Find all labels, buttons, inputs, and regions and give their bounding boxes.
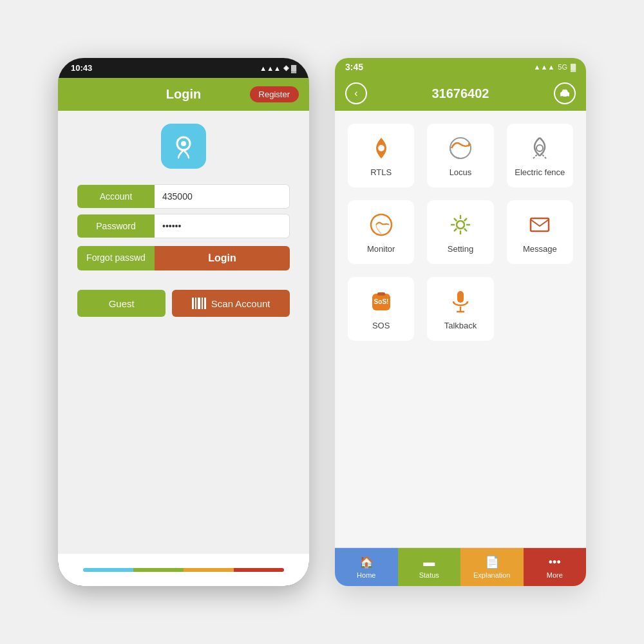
setting-icon: [446, 211, 475, 239]
login-title: Login: [166, 87, 201, 102]
guest-button[interactable]: Guest: [77, 290, 166, 317]
right-phone: 3:45 ▲▲▲ 5G ▓ ‹ 31676402: [335, 58, 586, 586]
network-label: 5G: [558, 63, 567, 71]
nav-home[interactable]: 🏠 Home: [335, 548, 398, 586]
status-nav-icon: ▬: [423, 556, 435, 569]
svg-point-4: [561, 96, 564, 99]
account-input[interactable]: [155, 184, 290, 209]
color-bar-1: [83, 568, 133, 572]
nav-more[interactable]: ••• More: [524, 548, 587, 586]
menu-item-monitor[interactable]: Monitor: [348, 200, 414, 264]
menu-grid: RTLS Locus: [348, 124, 573, 341]
svg-rect-14: [377, 292, 385, 296]
wifi-icon: ◈: [283, 64, 289, 72]
forgot-label: Forgot passwd: [77, 246, 155, 270]
setting-label: Setting: [448, 244, 473, 254]
rtls-label: RTLS: [370, 167, 392, 177]
status-nav-label: Status: [419, 571, 439, 579]
home-nav-label: Home: [357, 571, 375, 579]
bottom-buttons: Guest Scan Account: [77, 290, 290, 317]
message-label: Message: [523, 244, 557, 254]
bottom-nav: 🏠 Home ▬ Status 📄 Explanation ••• More: [335, 547, 586, 586]
app-logo: [161, 124, 206, 169]
locus-icon: [446, 134, 475, 162]
fence-label: Electric fence: [515, 167, 565, 177]
svg-point-5: [566, 96, 569, 99]
login-button[interactable]: Login: [155, 246, 290, 270]
svg-point-8: [536, 145, 543, 151]
menu-item-rtls[interactable]: RTLS: [348, 124, 414, 187]
signal-right-icon: ▲▲▲: [534, 63, 555, 71]
svg-rect-11: [531, 218, 549, 231]
right-header: ‹ 31676402: [335, 76, 586, 111]
car-icon: [558, 87, 571, 100]
battery-icon: ▓: [291, 64, 296, 72]
svg-point-1: [181, 141, 186, 146]
message-icon: [526, 211, 554, 239]
svg-point-10: [457, 221, 464, 229]
status-icons-left: ▲▲▲ ◈ ▓: [260, 64, 296, 72]
nav-status[interactable]: ▬ Status: [398, 548, 461, 586]
time-right: 3:45: [345, 62, 363, 72]
color-bar-3: [184, 568, 234, 572]
signal-icon: ▲▲▲: [260, 64, 281, 72]
talkback-label: Talkback: [444, 321, 477, 330]
right-status-icons: ▲▲▲ 5G ▓: [534, 63, 576, 71]
password-field-group: Password: [77, 214, 290, 238]
more-nav-icon: •••: [549, 556, 561, 569]
sos-icon: SoS!: [367, 287, 395, 316]
password-label: Password: [77, 214, 155, 238]
menu-item-talkback[interactable]: Talkback: [427, 277, 493, 341]
fence-icon: [526, 134, 554, 162]
talkback-icon: [446, 287, 475, 316]
account-field-group: Account: [77, 184, 290, 209]
login-header: Login Register: [58, 78, 309, 111]
phone-bottom-bar: [58, 554, 309, 586]
bottom-color-bar: [83, 568, 284, 572]
color-bar-2: [133, 568, 184, 572]
register-button[interactable]: Register: [250, 86, 299, 102]
status-bar-right: 3:45 ▲▲▲ 5G ▓: [335, 58, 586, 76]
scan-label: Scan Account: [211, 298, 270, 309]
menu-item-message[interactable]: Message: [507, 200, 573, 264]
account-label: Account: [77, 185, 155, 208]
logo-svg: [169, 132, 198, 160]
menu-item-setting[interactable]: Setting: [427, 200, 493, 264]
color-bar-4: [234, 568, 284, 572]
scan-account-button[interactable]: Scan Account: [172, 290, 290, 317]
sos-label: SOS: [372, 321, 390, 330]
menu-item-fence[interactable]: Electric fence: [507, 124, 573, 187]
rtls-icon: [367, 134, 395, 162]
battery-right-icon: ▓: [571, 63, 576, 71]
menu-item-sos[interactable]: SoS! SOS: [348, 277, 414, 341]
monitor-label: Monitor: [367, 244, 395, 254]
explanation-nav-label: Explanation: [473, 571, 511, 579]
svg-rect-2: [560, 92, 569, 97]
nav-explanation[interactable]: 📄 Explanation: [460, 548, 524, 586]
svg-marker-3: [562, 90, 568, 92]
svg-point-6: [378, 145, 384, 151]
header-title: 31676402: [432, 86, 489, 101]
password-input[interactable]: [155, 214, 290, 238]
left-phone: 10:43 ▲▲▲ ◈ ▓ Login Register: [58, 58, 309, 586]
home-nav-icon: 🏠: [359, 555, 374, 569]
right-content: RTLS Locus: [335, 111, 586, 547]
svg-rect-15: [457, 291, 464, 303]
back-button[interactable]: ‹: [345, 82, 367, 104]
time-left: 10:43: [71, 63, 92, 73]
car-button[interactable]: [554, 82, 576, 104]
forgot-login-row: Forgot passwd Login: [77, 246, 290, 270]
explanation-nav-icon: 📄: [485, 555, 499, 569]
login-content: Account Password Forgot passwd Login Gue…: [58, 111, 309, 554]
monitor-icon: [367, 211, 395, 239]
locus-label: Locus: [450, 167, 472, 177]
svg-text:SoS!: SoS!: [374, 298, 388, 305]
status-bar-left: 10:43 ▲▲▲ ◈ ▓: [58, 58, 309, 78]
menu-item-locus[interactable]: Locus: [427, 124, 493, 187]
more-nav-label: More: [547, 571, 563, 579]
back-arrow-icon: ‹: [354, 88, 357, 99]
barcode-icon: [192, 298, 206, 309]
